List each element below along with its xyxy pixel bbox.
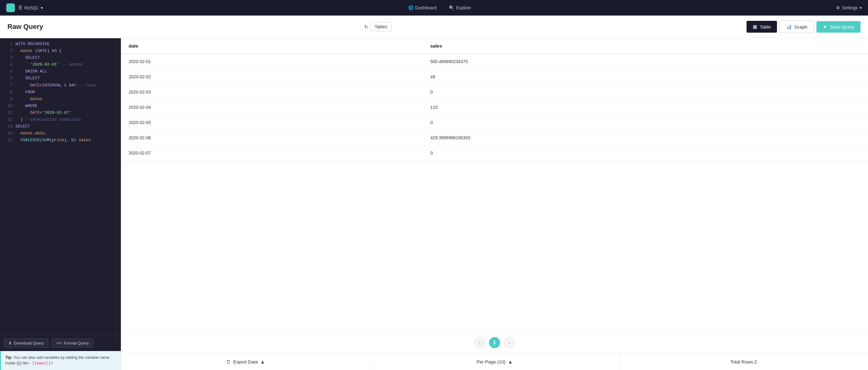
code-line: 3 SELECT xyxy=(0,54,121,61)
export-data-button[interactable]: 🗒 Export Data ▲ xyxy=(121,353,370,370)
format-query-button[interactable]: </> Format Query xyxy=(52,338,94,348)
line-number: 13 xyxy=(4,123,12,130)
current-page-button[interactable]: 1 xyxy=(489,337,500,348)
per-page-button[interactable]: Per Page (10) ▲ xyxy=(370,353,619,370)
cell-sales: 0 xyxy=(423,145,868,161)
table-view-button[interactable]: ▦ Table xyxy=(747,21,777,33)
cell-sales: 110 xyxy=(423,100,868,115)
bar-chart-icon: 📊 xyxy=(786,24,792,30)
graph-view-button[interactable]: 📊 Graph xyxy=(779,21,814,33)
line-content: WITH RECURSIVE xyxy=(16,41,50,48)
cell-sales: 49 xyxy=(423,69,868,85)
data-table-wrapper: date sales 2020-02-01 500.489990234375 2… xyxy=(121,38,868,332)
code-actions: ⬇ Download Query </> Format Query xyxy=(0,335,121,351)
cell-date: 2020-02-06 xyxy=(121,130,423,145)
export-icon: 🗒 xyxy=(226,359,231,364)
line-number: 3 xyxy=(4,54,12,61)
line-number: 6 xyxy=(4,75,12,82)
body-split: 1WITH RECURSIVE2 dates (DATE) AS (3 SELE… xyxy=(0,38,868,370)
line-number: 8 xyxy=(4,89,12,96)
explore-link[interactable]: 🔍 Explore xyxy=(449,5,471,10)
code-line: 14 dates.date, xyxy=(0,130,121,137)
pagination: ‹ 1 › xyxy=(121,332,868,353)
line-content: WHERE xyxy=(16,103,37,109)
cell-date: 2020-02-04 xyxy=(121,100,423,115)
page-number: 1 xyxy=(493,340,496,345)
table-row: 2020-02-05 0 xyxy=(121,115,868,130)
line-number: 2 xyxy=(4,48,12,54)
line-content: SELECT xyxy=(16,75,40,82)
cell-sales: 500.489990234375 xyxy=(423,54,868,69)
topnav-center: 🌐 Dashboard 🔍 Explore xyxy=(43,5,836,10)
db-selector[interactable]: 🗄 MySQL ▾ xyxy=(18,5,43,10)
col-date: date xyxy=(121,38,423,54)
line-number: 1 xyxy=(4,41,12,48)
cell-sales: 429.3999996185303 xyxy=(423,130,868,145)
page-header: Raw Query ↻ Tables ▦ Table 📊 Graph ▼ Sav… xyxy=(0,16,868,38)
line-number: 4 xyxy=(4,61,12,68)
per-page-label: Per Page (10) xyxy=(476,359,505,364)
code-line: 6 SELECT xyxy=(0,75,121,82)
line-number: 11 xyxy=(4,109,12,116)
download-query-button[interactable]: ⬇ Download Query xyxy=(4,338,49,348)
right-panel: date sales 2020-02-01 500.489990234375 2… xyxy=(121,38,868,370)
line-content: ) --termination condition xyxy=(16,116,81,123)
save-query-button[interactable]: ▼ Save Query xyxy=(816,21,861,33)
code-line: 4 '2020-02-01' -- anchor xyxy=(0,61,121,68)
line-content: dates xyxy=(16,96,42,103)
save-icon: ▼ xyxy=(823,24,827,30)
code-line: 1WITH RECURSIVE xyxy=(0,41,121,48)
table-row: 2020-02-06 429.3999996185303 xyxy=(121,130,868,145)
cell-date: 2020-02-02 xyxy=(121,69,423,85)
line-content: DATE+INTERVAL 1 DAY -- recu xyxy=(16,82,96,89)
tables-button[interactable]: Tables xyxy=(370,22,392,31)
code-line: 8 FROM xyxy=(0,89,121,96)
db-label: MySQL xyxy=(24,5,39,10)
line-content: DATE<'2020-02-07' xyxy=(16,109,71,116)
table-icon: ▦ xyxy=(753,24,757,30)
line-content: dates (DATE) AS ( xyxy=(16,48,62,54)
dashboard-label: Dashboard xyxy=(415,5,437,10)
col-sales: sales xyxy=(423,38,868,54)
dashboard-link[interactable]: 🌐 Dashboard xyxy=(408,5,437,10)
tip-prefix: Tip: xyxy=(5,355,12,360)
table-row: 2020-02-02 49 xyxy=(121,69,868,85)
prev-page-button[interactable]: ‹ xyxy=(474,337,485,348)
line-content: UNION ALL xyxy=(16,68,47,75)
data-table: date sales 2020-02-01 500.489990234375 2… xyxy=(121,38,868,161)
export-label: Export Data xyxy=(233,359,258,364)
line-number: 5 xyxy=(4,68,12,75)
per-page-chevron-icon: ▲ xyxy=(508,359,513,364)
line-number: 7 xyxy=(4,82,12,89)
line-number: 9 xyxy=(4,96,12,103)
header-actions: ▦ Table 📊 Graph ▼ Save Query xyxy=(747,21,861,33)
line-content: dates.date, xyxy=(16,130,47,137)
table-row: 2020-02-04 110 xyxy=(121,100,868,115)
total-rows-label: Total Rows:2 xyxy=(731,359,757,364)
code-line: 15 COALESCE(SUM(price), 0) sales xyxy=(0,137,121,144)
code-editor[interactable]: 1WITH RECURSIVE2 dates (DATE) AS (3 SELE… xyxy=(0,38,121,335)
download-icon: ⬇ xyxy=(8,341,12,345)
code-line: 7 DATE+INTERVAL 1 DAY -- recu xyxy=(0,82,121,89)
settings-link[interactable]: ⚙ Settings ▾ xyxy=(836,5,862,10)
table-header-row: date sales xyxy=(121,38,868,54)
code-line: 5 UNION ALL xyxy=(0,68,121,75)
table-head: date sales xyxy=(121,38,868,54)
line-number: 12 xyxy=(4,116,12,123)
cell-date: 2020-02-07 xyxy=(121,145,423,161)
code-line: 12 ) --termination condition xyxy=(0,116,121,123)
chevron-down-icon: ▾ xyxy=(860,5,862,10)
dashboard-icon: 🌐 xyxy=(408,5,413,10)
cell-sales: 0 xyxy=(423,85,868,100)
cell-date: 2020-02-03 xyxy=(121,85,423,100)
tip-code: {{email}} xyxy=(32,361,53,365)
code-line: 9 dates xyxy=(0,96,121,103)
line-content: SELECT xyxy=(16,54,40,61)
db-icon: 🗄 xyxy=(18,5,22,10)
line-content: SELECT xyxy=(16,123,30,130)
refresh-button[interactable]: ↻ xyxy=(362,22,370,32)
tip-text: You can also add variables by adding the… xyxy=(5,355,110,366)
next-page-button[interactable]: › xyxy=(504,337,515,348)
table-row: 2020-02-03 0 xyxy=(121,85,868,100)
line-content: FROM xyxy=(16,89,35,96)
